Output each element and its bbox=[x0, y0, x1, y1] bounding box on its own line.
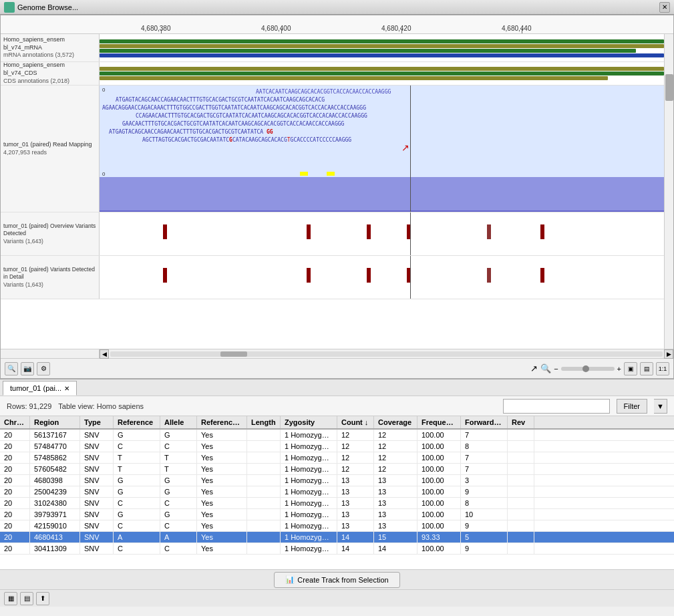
cell-reference: G bbox=[114, 430, 160, 440]
col-header-rev[interactable]: Rev bbox=[508, 416, 534, 428]
cell-allele: A bbox=[160, 532, 197, 543]
col-header-allele[interactable]: Allele bbox=[160, 416, 197, 428]
cds-track-row: Homo_sapiens_ensem bl_v74_CDS CDS annota… bbox=[1, 62, 664, 86]
cell-rev bbox=[508, 520, 534, 531]
table-header-bar: Rows: 91,229 Table view: Homo sapiens Fi… bbox=[0, 396, 674, 416]
table-row[interactable]: 20 57485862 SNV T T Yes 1 Homozygous 12 … bbox=[0, 452, 674, 464]
cell-reference: G bbox=[114, 509, 160, 520]
filter-input[interactable] bbox=[503, 399, 610, 414]
variants-overview-label: tumor_01 (paired) Overview Variants Dete… bbox=[1, 212, 100, 255]
reads-label: tumor_01 (paired) Read Mapping 4,207,953… bbox=[1, 86, 100, 212]
table-row[interactable]: 20 42159010 SNV C C Yes 1 Homozygous 13 … bbox=[0, 520, 674, 532]
table-row[interactable]: 20 31024380 SNV C C Yes 1 Homozygous 13 … bbox=[0, 498, 674, 509]
zoom-btn-1[interactable]: ▣ bbox=[624, 362, 637, 375]
cell-refmatch: Yes bbox=[197, 452, 247, 463]
cell-region: 57605482 bbox=[30, 464, 80, 474]
table-row[interactable]: 20 25004239 SNV G G Yes 1 Homozygous 13 … bbox=[0, 486, 674, 498]
table-row[interactable]: 20 4680398 SNV G G Yes 1 Homozygous 13 1… bbox=[0, 475, 674, 486]
cell-region: 57485862 bbox=[30, 452, 80, 463]
cell-reference: C bbox=[114, 543, 160, 554]
zoom-in-icon[interactable]: 🔍 bbox=[540, 363, 551, 373]
cell-zygosity: 1 Homozygous bbox=[281, 543, 337, 554]
col-header-forward[interactable]: Forward re... bbox=[461, 416, 508, 428]
col-header-reference[interactable]: Reference bbox=[114, 416, 160, 428]
table-row[interactable]: 20 4680413 SNV A A Yes 1 Homozygous 14 1… bbox=[0, 532, 674, 543]
cell-coverage: 14 bbox=[374, 543, 417, 554]
table-row[interactable]: 20 30411309 SNV C C Yes 1 Homozygous 14 … bbox=[0, 543, 674, 555]
toolbar-btn-2[interactable]: 📷 bbox=[21, 362, 34, 375]
bottom-toolbar-btn-3[interactable]: ⬆ bbox=[36, 592, 49, 605]
cell-rev bbox=[508, 441, 534, 452]
cell-allele: G bbox=[160, 475, 197, 486]
cell-count: 12 bbox=[337, 464, 374, 474]
cell-coverage: 13 bbox=[374, 475, 417, 486]
variants-detail-label: tumor_01 (paired) Variants Detected in D… bbox=[1, 256, 100, 299]
cell-forward: 9 bbox=[461, 520, 508, 531]
cell-region: 25004239 bbox=[30, 486, 80, 497]
variants-overview-viz bbox=[100, 212, 664, 255]
cell-refmatch: Yes bbox=[197, 532, 247, 543]
table-row[interactable]: 20 57605482 SNV T T Yes 1 Homozygous 12 … bbox=[0, 464, 674, 475]
variants-overview-row: tumor_01 (paired) Overview Variants Dete… bbox=[1, 212, 664, 256]
zoom-slider[interactable] bbox=[561, 367, 615, 371]
cell-type: SNV bbox=[80, 509, 114, 520]
create-track-button[interactable]: 📊 Create Track from Selection bbox=[274, 572, 399, 588]
cell-chr: 20 bbox=[0, 509, 30, 520]
cell-reference: A bbox=[114, 532, 160, 543]
toolbar-btn-1[interactable]: 🔍 bbox=[5, 362, 18, 375]
cell-forward: 7 bbox=[461, 430, 508, 440]
cell-zygosity: 1 Homozygous bbox=[281, 498, 337, 508]
zoom-slider-thumb[interactable] bbox=[582, 365, 589, 372]
cell-region: 57484770 bbox=[30, 441, 80, 452]
cell-region: 39793971 bbox=[30, 509, 80, 520]
cell-frequency: 100.00 bbox=[417, 430, 461, 440]
coord-1: 4,680,380 bbox=[141, 25, 171, 32]
scrollbar-thumb[interactable] bbox=[665, 74, 673, 101]
cell-length bbox=[247, 430, 281, 440]
col-header-type[interactable]: Type bbox=[80, 416, 114, 428]
col-header-length[interactable]: Length bbox=[247, 416, 281, 428]
table-row[interactable]: 20 39793971 SNV G G Yes 1 Homozygous 13 … bbox=[0, 509, 674, 520]
tab-tumor[interactable]: tumor_01 (pai... ✕ bbox=[3, 381, 77, 396]
col-header-frequency[interactable]: Frequency bbox=[417, 416, 461, 428]
bottom-toolbar-btn-2[interactable]: ▤ bbox=[20, 592, 33, 605]
cell-frequency: 100.00 bbox=[417, 543, 461, 554]
cell-reference: C bbox=[114, 441, 160, 452]
table-row[interactable]: 20 56137167 SNV G G Yes 1 Homozygous 12 … bbox=[0, 430, 674, 441]
bottom-toolbar-btn-1[interactable]: ▦ bbox=[4, 592, 17, 605]
cell-chr: 20 bbox=[0, 464, 30, 474]
col-header-refmatch[interactable]: Reference ... bbox=[197, 416, 247, 428]
close-button[interactable]: ✕ bbox=[659, 2, 670, 13]
h-scroll-thumb[interactable] bbox=[220, 351, 247, 357]
tab-bar: tumor_01 (pai... ✕ bbox=[0, 379, 674, 396]
cell-reference: C bbox=[114, 520, 160, 531]
cell-type: SNV bbox=[80, 464, 114, 474]
col-header-chromosome[interactable]: Chromosome bbox=[0, 416, 30, 428]
zoom-btn-3[interactable]: 1:1 bbox=[656, 362, 669, 375]
cell-count: 14 bbox=[337, 543, 374, 554]
cell-frequency: 100.00 bbox=[417, 498, 461, 508]
tab-close-icon[interactable]: ✕ bbox=[64, 385, 69, 392]
vertical-scrollbar[interactable] bbox=[664, 34, 673, 349]
cell-zygosity: 1 Homozygous bbox=[281, 430, 337, 440]
coord-2: 4,680,400 bbox=[261, 25, 291, 32]
cell-allele: C bbox=[160, 543, 197, 554]
toolbar-btn-3[interactable]: ⚙ bbox=[37, 362, 50, 375]
table-row[interactable]: 20 57484770 SNV C C Yes 1 Homozygous 12 … bbox=[0, 441, 674, 452]
zoom-btn-2[interactable]: ▤ bbox=[640, 362, 653, 375]
col-header-region[interactable]: Region bbox=[30, 416, 80, 428]
cell-region: 30411309 bbox=[30, 543, 80, 554]
cell-region: 42159010 bbox=[30, 520, 80, 531]
col-header-zygosity[interactable]: Zygosity bbox=[281, 416, 337, 428]
cell-forward: 8 bbox=[461, 441, 508, 452]
scroll-left-btn[interactable]: ◀ bbox=[100, 349, 109, 359]
filter-button[interactable]: Filter bbox=[617, 399, 647, 414]
cell-allele: G bbox=[160, 509, 197, 520]
cell-frequency: 100.00 bbox=[417, 452, 461, 463]
filter-dropdown-btn[interactable]: ▼ bbox=[654, 399, 667, 414]
cell-region: 31024380 bbox=[30, 498, 80, 508]
col-header-count[interactable]: Count ↓ bbox=[337, 416, 374, 428]
col-header-coverage[interactable]: Coverage bbox=[374, 416, 417, 428]
h-scroll-track[interactable] bbox=[110, 351, 663, 357]
scroll-right-btn[interactable]: ▶ bbox=[664, 349, 673, 359]
